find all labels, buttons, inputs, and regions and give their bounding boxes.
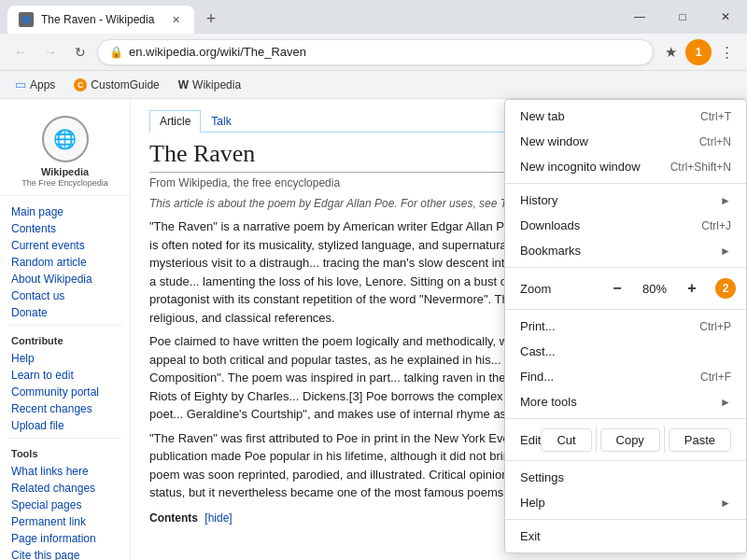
- bookmarks-bar: ▭ Apps C CustomGuide W Wikipedia: [0, 71, 747, 99]
- omnibox[interactable]: 🔒 en.wikipedia.org/wiki/The_Raven: [97, 39, 654, 65]
- cut-button[interactable]: Cut: [541, 428, 591, 452]
- zoom-fullscreen-area: 2: [712, 275, 739, 301]
- menu-divider-2: [505, 267, 746, 268]
- bookmark-wikipedia-label: Wikipedia: [192, 78, 241, 91]
- menu-cast[interactable]: Cast...: [505, 339, 746, 364]
- minimize-button[interactable]: —: [618, 0, 661, 34]
- new-tab-button[interactable]: +: [198, 6, 224, 32]
- menu-divider-3: [505, 309, 746, 310]
- copy-button[interactable]: Copy: [600, 428, 660, 452]
- menu-edit-row: Edit Cut Copy Paste: [505, 423, 746, 456]
- menu-bookmarks[interactable]: Bookmarks ►: [505, 238, 746, 263]
- menu-new-incognito[interactable]: New incognito window Ctrl+Shift+N: [505, 154, 746, 179]
- wikipedia-icon: W: [178, 78, 189, 91]
- tab-strip: W The Raven - Wikipedia ✕ +: [0, 0, 224, 34]
- sidebar-divider-2: [7, 438, 122, 439]
- sidebar-recent-changes[interactable]: Recent changes: [0, 400, 130, 417]
- sidebar-related-changes[interactable]: Related changes: [0, 480, 130, 497]
- wiki-logo-title: Wikipedia: [41, 166, 89, 178]
- sidebar-divider-1: [7, 325, 122, 326]
- star-button[interactable]: ★: [657, 39, 684, 65]
- wiki-logo-area: 🌐 Wikipedia The Free Encyclopedia: [0, 108, 130, 196]
- menu-history[interactable]: History ►: [505, 188, 746, 213]
- active-tab[interactable]: W The Raven - Wikipedia ✕: [7, 6, 194, 34]
- omnibar-row: ← → ↻ 🔒 en.wikipedia.org/wiki/The_Raven …: [0, 34, 747, 71]
- edit-sep-1: [596, 427, 597, 453]
- tab-article[interactable]: Article: [149, 110, 201, 133]
- tab-talk[interactable]: Talk: [201, 110, 241, 133]
- contents-toggle[interactable]: [hide]: [204, 511, 232, 525]
- sidebar-donate[interactable]: Donate: [0, 304, 130, 321]
- sidebar-upload[interactable]: Upload file: [0, 417, 130, 434]
- customguide-icon: C: [74, 78, 87, 91]
- url-display: en.wikipedia.org/wiki/The_Raven: [129, 45, 641, 59]
- zoom-badge: 2: [715, 278, 736, 299]
- contents-title: Contents: [149, 511, 198, 525]
- sidebar-help[interactable]: Help: [0, 350, 130, 367]
- main-area: 🌐 Wikipedia The Free Encyclopedia Main p…: [0, 99, 747, 560]
- apps-grid-icon: ▭: [15, 77, 26, 91]
- sidebar-contents[interactable]: Contents: [0, 220, 130, 237]
- forward-button[interactable]: →: [37, 39, 63, 65]
- sidebar-cite[interactable]: Cite this page: [0, 547, 130, 560]
- sidebar-learn-edit[interactable]: Learn to edit: [0, 367, 130, 384]
- wiki-logo-subtitle: The Free Encyclopedia: [21, 178, 108, 188]
- sidebar-about[interactable]: About Wikipedia: [0, 271, 130, 287]
- lock-icon: 🔒: [109, 46, 123, 59]
- paste-button[interactable]: Paste: [669, 428, 731, 452]
- sidebar-page-info[interactable]: Page information: [0, 530, 130, 547]
- edit-sep-2: [664, 427, 665, 453]
- title-bar: W The Raven - Wikipedia ✕ + — □ ✕: [0, 0, 747, 34]
- bookmark-customguide-label: CustomGuide: [91, 78, 159, 91]
- bookmark-wikipedia[interactable]: W Wikipedia: [171, 77, 248, 93]
- menu-print[interactable]: Print... Ctrl+P: [505, 314, 746, 339]
- tab-favicon: W: [19, 12, 34, 27]
- toolbar-right: ★ 1 ⋮: [657, 39, 740, 65]
- sidebar-random-article[interactable]: Random article: [0, 254, 130, 271]
- zoom-minus-button[interactable]: −: [604, 275, 630, 301]
- menu-settings[interactable]: Settings: [505, 465, 746, 490]
- window-controls: — □ ✕: [618, 0, 747, 34]
- dropdown-menu: New tab Ctrl+T New window Ctrl+N New inc…: [504, 99, 747, 553]
- bookmark-apps[interactable]: ▭ Apps: [7, 76, 63, 93]
- menu-exit[interactable]: Exit: [505, 524, 746, 549]
- profile-button[interactable]: 1: [685, 39, 712, 65]
- menu-new-window[interactable]: New window Ctrl+N: [505, 129, 746, 154]
- bookmark-apps-label: Apps: [30, 78, 55, 91]
- tools-section-label: Tools: [0, 444, 130, 463]
- menu-divider-1: [505, 183, 746, 184]
- refresh-button[interactable]: ↻: [67, 39, 93, 65]
- maximize-button[interactable]: □: [661, 0, 704, 34]
- menu-divider-5: [505, 460, 746, 461]
- menu-find[interactable]: Find... Ctrl+F: [505, 364, 746, 389]
- contribute-section-label: Contribute: [0, 331, 130, 350]
- sidebar-contact[interactable]: Contact us: [0, 287, 130, 304]
- zoom-plus-button[interactable]: +: [679, 275, 705, 301]
- sidebar-special-pages[interactable]: Special pages: [0, 497, 130, 513]
- sidebar-community[interactable]: Community portal: [0, 384, 130, 400]
- menu-zoom-row: Zoom − 80% + 2: [505, 272, 746, 305]
- back-button[interactable]: ←: [7, 39, 34, 65]
- close-button[interactable]: ✕: [704, 0, 747, 34]
- tab-title: The Raven - Wikipedia: [41, 13, 161, 26]
- menu-downloads[interactable]: Downloads Ctrl+J: [505, 213, 746, 238]
- sidebar-nav: Main page Contents Current events Random…: [0, 203, 130, 560]
- sidebar-main-page[interactable]: Main page: [0, 203, 130, 220]
- sidebar-current-events[interactable]: Current events: [0, 237, 130, 254]
- tab-close-button[interactable]: ✕: [168, 12, 183, 27]
- menu-divider-6: [505, 519, 746, 520]
- menu-new-tab[interactable]: New tab Ctrl+T: [505, 104, 746, 129]
- menu-help[interactable]: Help ►: [505, 490, 746, 515]
- sidebar-what-links[interactable]: What links here: [0, 463, 130, 480]
- bookmark-customguide[interactable]: C CustomGuide: [66, 77, 166, 93]
- wiki-sidebar: 🌐 Wikipedia The Free Encyclopedia Main p…: [0, 99, 131, 560]
- zoom-value: 80%: [638, 282, 671, 296]
- menu-divider-4: [505, 418, 746, 419]
- more-button[interactable]: ⋮: [713, 39, 740, 65]
- wiki-logo: 🌐: [42, 116, 89, 162]
- sidebar-permanent-link[interactable]: Permanent link: [0, 513, 130, 530]
- menu-more-tools[interactable]: More tools ►: [505, 389, 746, 414]
